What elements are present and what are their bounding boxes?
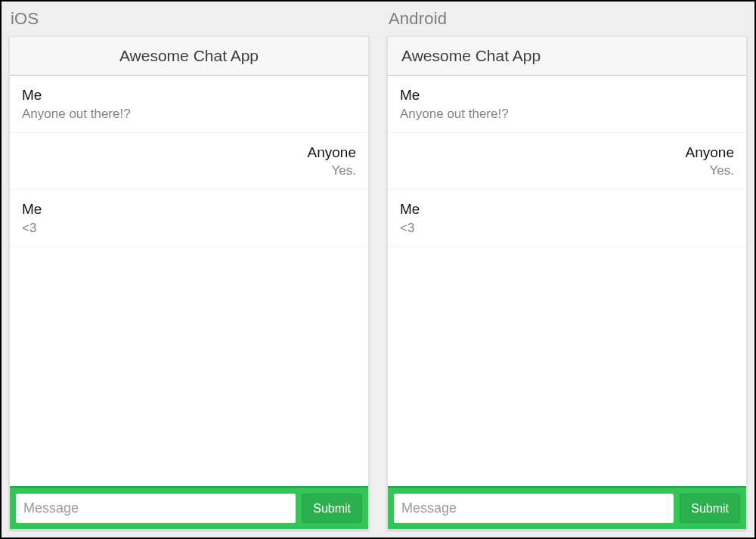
message-sender: Me <box>22 200 356 219</box>
message-item: Me Anyone out there!? <box>10 76 368 133</box>
android-pane: Android Awesome Chat App Me Anyone out t… <box>387 5 747 530</box>
ios-app-title: Awesome Chat App <box>10 37 368 76</box>
ios-composer: Submit <box>10 486 368 529</box>
message-sender: Anyone <box>400 144 734 163</box>
submit-button[interactable]: Submit <box>680 494 740 523</box>
message-item: Me Anyone out there!? <box>388 76 746 133</box>
message-item: Anyone Yes. <box>10 133 368 191</box>
android-platform-label: Android <box>387 5 747 36</box>
message-item: Me <3 <box>10 190 368 247</box>
message-text: Yes. <box>400 163 734 178</box>
ios-messages-list: Me Anyone out there!? Anyone Yes. Me <3 <box>10 76 368 486</box>
submit-button[interactable]: Submit <box>302 494 362 523</box>
message-input[interactable] <box>394 494 674 523</box>
message-input[interactable] <box>16 494 296 523</box>
android-app: Awesome Chat App Me Anyone out there!? A… <box>387 36 747 530</box>
ios-app: Awesome Chat App Me Anyone out there!? A… <box>9 36 369 530</box>
message-text: Anyone out there!? <box>22 107 356 122</box>
ios-pane: iOS Awesome Chat App Me Anyone out there… <box>9 5 369 530</box>
message-item: Anyone Yes. <box>388 133 746 191</box>
message-item: Me <3 <box>388 190 746 247</box>
message-text: Anyone out there!? <box>400 107 734 122</box>
message-sender: Anyone <box>22 144 356 163</box>
android-app-title: Awesome Chat App <box>388 37 746 76</box>
android-messages-list: Me Anyone out there!? Anyone Yes. Me <3 <box>388 76 746 486</box>
android-composer: Submit <box>388 486 746 529</box>
message-text: <3 <box>22 221 356 236</box>
ios-platform-label: iOS <box>9 5 369 36</box>
message-text: <3 <box>400 221 734 236</box>
message-text: Yes. <box>22 163 356 178</box>
message-sender: Me <box>400 200 734 219</box>
message-sender: Me <box>400 86 734 105</box>
message-sender: Me <box>22 86 356 105</box>
